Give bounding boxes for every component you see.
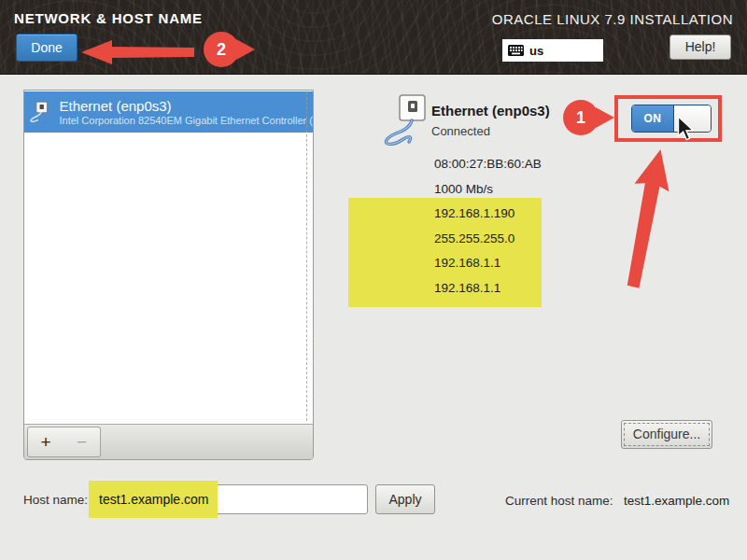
ethernet-large-icon [381,91,433,151]
keyboard-icon [508,45,524,56]
device-item-text: Ethernet (enp0s3) Intel Corporation 8254… [60,98,313,127]
help-button[interactable]: Help! [669,35,731,60]
configure-button[interactable]: Configure... [621,420,712,449]
device-item-title: Ethernet (enp0s3) [60,98,313,115]
detail-value: 08:00:27:BB:60:AB [434,157,640,171]
device-list-panel: Ethernet (enp0s3) Intel Corporation 8254… [23,90,314,460]
annotation-step-2-marker: 2 [204,32,239,67]
current-host-name-label: Current host name: [505,494,613,508]
annotation-pin-tip [596,107,614,128]
annotation-pin-tip [236,39,255,60]
remove-device-button[interactable]: − [63,427,101,457]
host-name-label: Host name: [23,493,88,507]
apply-button[interactable]: Apply [375,484,435,514]
device-item-subtitle: Intel Corporation 82540EM Gigabit Ethern… [60,115,313,127]
product-title: ORACLE LINUX 7.9 INSTALLATION [492,11,733,27]
page-title: NETWORK & HOST NAME [14,10,203,26]
ethernet-icon [29,95,52,129]
keyboard-layout-code: us [529,44,543,58]
detail-value: 192.168.1.1 [434,256,640,270]
device-connection-status: Connected [431,124,490,138]
detail-value: 1000 Mb/s [434,182,640,196]
list-scrollbar[interactable] [306,92,307,421]
annotation-step-1-marker: 1 [563,100,599,135]
add-device-button[interactable]: + [27,427,64,457]
network-host-name-screen: NETWORK & HOST NAME ORACLE LINUX 7.9 INS… [0,0,747,560]
device-detail-title: Ethernet (enp0s3) [431,103,550,119]
detail-value: 255.255.255.0 [434,231,640,245]
device-list-item-ethernet[interactable]: Ethernet (enp0s3) Intel Corporation 8254… [24,91,313,133]
annotation-step-number: 1 [576,108,585,128]
done-button[interactable]: Done [16,34,78,62]
annotation-arrow-to-done [81,39,194,65]
annotation-step-number: 2 [217,40,226,60]
detail-value: 192.168.1.190 [434,206,640,220]
annotation-box-toggle [614,95,722,142]
mouse-cursor-icon [677,116,696,142]
configure-button-label: Configure... [633,427,700,441]
host-name-value[interactable]: test1.example.com [99,492,209,507]
current-host-name-value: test1.example.com [624,494,729,508]
device-list-toolbar: + − [24,424,313,459]
keyboard-layout-indicator[interactable]: us [502,39,603,62]
